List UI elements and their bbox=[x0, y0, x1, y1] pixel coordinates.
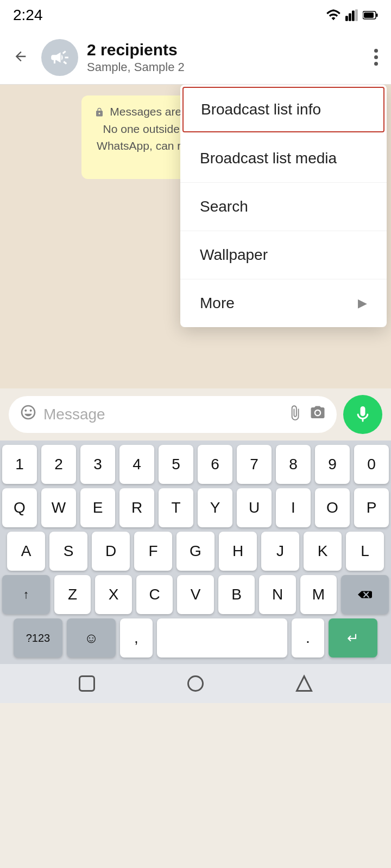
avatar bbox=[41, 39, 78, 76]
nav-back-button[interactable] bbox=[292, 672, 316, 695]
dropdown-item-broadcast-list-media[interactable]: Broadcast list media bbox=[180, 135, 387, 183]
recipients-count: 2 recipients bbox=[87, 41, 361, 59]
status-bar: 2:24 bbox=[0, 0, 391, 30]
battery-icon bbox=[363, 10, 378, 20]
key-c[interactable]: C bbox=[136, 575, 173, 614]
svg-marker-9 bbox=[297, 676, 312, 691]
status-icons bbox=[326, 9, 378, 21]
chat-area: Messages are end-to-end encrypted. No on… bbox=[0, 85, 391, 388]
key-u[interactable]: U bbox=[237, 488, 272, 527]
camera-button[interactable] bbox=[310, 405, 326, 425]
key-j[interactable]: J bbox=[261, 532, 299, 571]
key-i[interactable]: I bbox=[276, 488, 311, 527]
key-7[interactable]: 7 bbox=[237, 445, 272, 484]
key-f[interactable]: F bbox=[134, 532, 172, 571]
keyboard-row-asdf: A S D F G H J K L bbox=[2, 532, 389, 571]
key-a[interactable]: A bbox=[7, 532, 45, 571]
signal-icon bbox=[345, 9, 358, 21]
svg-point-8 bbox=[188, 676, 203, 691]
key-g[interactable]: G bbox=[176, 532, 215, 571]
message-placeholder: Message bbox=[43, 406, 280, 423]
key-period[interactable]: . bbox=[292, 618, 324, 658]
key-numbers[interactable]: ?123 bbox=[14, 618, 62, 658]
app-bar: 2 recipients Sample, Sample 2 bbox=[0, 30, 391, 85]
dropdown-item-more[interactable]: More ▶ bbox=[180, 279, 387, 327]
chevron-right-icon: ▶ bbox=[358, 296, 367, 310]
key-enter[interactable]: ↵ bbox=[329, 618, 377, 658]
svg-rect-5 bbox=[376, 14, 378, 17]
key-b[interactable]: B bbox=[218, 575, 255, 614]
key-2[interactable]: 2 bbox=[41, 445, 76, 484]
key-n[interactable]: N bbox=[259, 575, 296, 614]
key-8[interactable]: 8 bbox=[276, 445, 311, 484]
keyboard-row-qwerty: Q W E R T Y U I O P bbox=[2, 488, 389, 527]
message-input-container[interactable]: Message bbox=[9, 396, 337, 433]
key-t[interactable]: T bbox=[159, 488, 193, 527]
dropdown-menu: Broadcast list info Broadcast list media… bbox=[180, 85, 387, 327]
key-3[interactable]: 3 bbox=[80, 445, 115, 484]
key-6[interactable]: 6 bbox=[198, 445, 232, 484]
svg-rect-2 bbox=[352, 11, 355, 21]
more-options-button[interactable] bbox=[370, 44, 382, 70]
key-y[interactable]: Y bbox=[198, 488, 232, 527]
key-l[interactable]: L bbox=[346, 532, 384, 571]
keyboard-row-zxcv: ↑ Z X C V B N M bbox=[2, 575, 389, 614]
dropdown-item-broadcast-list-info[interactable]: Broadcast list info bbox=[182, 87, 384, 132]
key-1[interactable]: 1 bbox=[2, 445, 37, 484]
keyboard-row-bottom: ?123 ☺ , . ↵ bbox=[2, 618, 389, 658]
key-v[interactable]: V bbox=[177, 575, 214, 614]
key-k[interactable]: K bbox=[304, 532, 342, 571]
header-subtitle: Sample, Sample 2 bbox=[87, 60, 361, 74]
key-x[interactable]: X bbox=[95, 575, 132, 614]
attach-button[interactable] bbox=[287, 405, 303, 425]
key-m[interactable]: M bbox=[300, 575, 337, 614]
nav-circle-button[interactable] bbox=[184, 672, 207, 695]
header-info: 2 recipients Sample, Sample 2 bbox=[87, 41, 361, 74]
key-backspace[interactable] bbox=[341, 575, 389, 614]
key-h[interactable]: H bbox=[219, 532, 257, 571]
key-e[interactable]: E bbox=[80, 488, 115, 527]
keyboard-row-numbers: 1 2 3 4 5 6 7 8 9 0 bbox=[2, 445, 389, 484]
key-0[interactable]: 0 bbox=[354, 445, 389, 484]
svg-rect-1 bbox=[349, 13, 351, 21]
svg-rect-7 bbox=[80, 676, 94, 691]
key-5[interactable]: 5 bbox=[159, 445, 193, 484]
key-z[interactable]: Z bbox=[54, 575, 91, 614]
nav-bar bbox=[0, 664, 391, 703]
nav-square-button[interactable] bbox=[75, 672, 99, 695]
dropdown-item-search[interactable]: Search bbox=[180, 183, 387, 231]
svg-rect-6 bbox=[364, 12, 374, 18]
key-o[interactable]: O bbox=[315, 488, 350, 527]
message-input-bar: Message bbox=[0, 388, 391, 441]
key-space[interactable] bbox=[157, 618, 287, 658]
key-q[interactable]: Q bbox=[2, 488, 37, 527]
key-p[interactable]: P bbox=[354, 488, 389, 527]
keyboard: 1 2 3 4 5 6 7 8 9 0 Q W E R T Y U I O P … bbox=[0, 441, 391, 664]
key-9[interactable]: 9 bbox=[315, 445, 350, 484]
back-button[interactable] bbox=[9, 42, 33, 73]
emoji-button[interactable] bbox=[20, 404, 37, 425]
key-r[interactable]: R bbox=[119, 488, 154, 527]
key-s[interactable]: S bbox=[49, 532, 87, 571]
mic-button[interactable] bbox=[343, 395, 382, 434]
svg-rect-3 bbox=[355, 9, 358, 21]
key-emoji[interactable]: ☺ bbox=[67, 618, 116, 658]
wifi-icon bbox=[326, 9, 341, 21]
svg-rect-0 bbox=[345, 16, 348, 21]
key-4[interactable]: 4 bbox=[119, 445, 154, 484]
key-shift[interactable]: ↑ bbox=[2, 575, 50, 614]
status-time: 2:24 bbox=[13, 7, 43, 24]
key-w[interactable]: W bbox=[41, 488, 76, 527]
key-comma[interactable]: , bbox=[120, 618, 153, 658]
dropdown-item-wallpaper[interactable]: Wallpaper bbox=[180, 231, 387, 279]
key-d[interactable]: D bbox=[92, 532, 130, 571]
